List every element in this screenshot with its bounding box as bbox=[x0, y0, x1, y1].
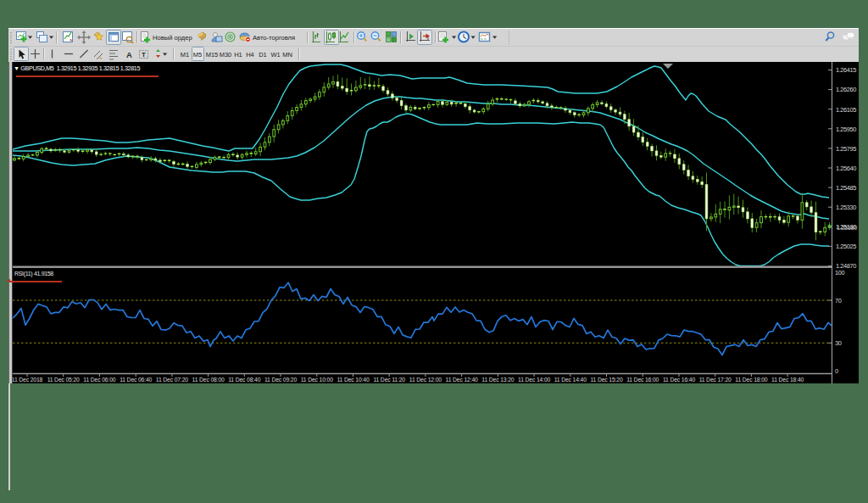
svg-text:11 Dec 14:40: 11 Dec 14:40 bbox=[554, 377, 587, 383]
svg-text:M5: M5 bbox=[193, 51, 202, 59]
svg-text:1.26260: 1.26260 bbox=[836, 86, 856, 93]
svg-text:11 Dec 09:20: 11 Dec 09:20 bbox=[264, 377, 297, 383]
svg-text:Новый ордер: Новый ордер bbox=[153, 34, 192, 42]
svg-text:11 Dec 2018: 11 Dec 2018 bbox=[13, 377, 43, 383]
svg-text:1.26415: 1.26415 bbox=[836, 66, 856, 74]
svg-text:1.26105: 1.26105 bbox=[836, 106, 856, 114]
svg-text:11 Dec 06:00: 11 Dec 06:00 bbox=[83, 377, 115, 383]
svg-text:11 Dec 12:40: 11 Dec 12:40 bbox=[446, 377, 478, 383]
svg-text:1.25795: 1.25795 bbox=[836, 145, 856, 153]
svg-text:1.25025: 1.25025 bbox=[836, 243, 856, 250]
svg-text:1.25950: 1.25950 bbox=[836, 126, 856, 133]
svg-text:11 Dec 07:20: 11 Dec 07:20 bbox=[156, 377, 188, 383]
svg-text:11 Dec 08:40: 11 Dec 08:40 bbox=[228, 377, 260, 383]
svg-text:1.25640: 1.25640 bbox=[836, 165, 856, 172]
svg-text:Авто-торговля: Авто-торговля bbox=[253, 34, 295, 42]
svg-text:M30: M30 bbox=[220, 51, 232, 59]
svg-text:11 Dec 16:40: 11 Dec 16:40 bbox=[663, 377, 695, 383]
svg-text:M15: M15 bbox=[206, 51, 219, 59]
svg-text:11 Dec 14:00: 11 Dec 14:00 bbox=[518, 377, 550, 383]
svg-text:1.25485: 1.25485 bbox=[836, 184, 856, 192]
svg-text:70: 70 bbox=[835, 297, 842, 305]
svg-text:11 Dec 16:00: 11 Dec 16:00 bbox=[626, 377, 659, 383]
svg-text:11 Dec 08:00: 11 Dec 08:00 bbox=[192, 377, 225, 383]
svg-text:T: T bbox=[142, 51, 146, 59]
svg-text:0: 0 bbox=[835, 367, 838, 375]
svg-text:11 Dec 13:20: 11 Dec 13:20 bbox=[481, 377, 514, 383]
svg-text:11 Dec 15:20: 11 Dec 15:20 bbox=[590, 377, 622, 383]
svg-text:MN: MN bbox=[282, 51, 292, 59]
svg-text:11 Dec 11:20: 11 Dec 11:20 bbox=[373, 377, 405, 383]
svg-text:11 Dec 06:40: 11 Dec 06:40 bbox=[120, 377, 152, 383]
svg-text:100: 100 bbox=[835, 269, 844, 277]
svg-text:D1: D1 bbox=[259, 51, 267, 59]
svg-text:11 Dec 12:00: 11 Dec 12:00 bbox=[409, 377, 442, 383]
svg-text:11 Dec 10:00: 11 Dec 10:00 bbox=[301, 377, 333, 383]
svg-text:11 Dec 10:40: 11 Dec 10:40 bbox=[337, 377, 369, 383]
svg-text:H4: H4 bbox=[246, 51, 254, 59]
svg-text:W1: W1 bbox=[270, 51, 280, 59]
svg-text:1.25180: 1.25180 bbox=[837, 224, 857, 232]
svg-text:1.25330: 1.25330 bbox=[836, 204, 856, 211]
svg-text:11 Dec 17:20: 11 Dec 17:20 bbox=[699, 377, 732, 383]
svg-text:M1: M1 bbox=[181, 51, 189, 59]
svg-text:11 Dec 05:20: 11 Dec 05:20 bbox=[47, 377, 80, 383]
svg-text:11 Dec 18:40: 11 Dec 18:40 bbox=[771, 377, 804, 383]
svg-text:H1: H1 bbox=[234, 51, 242, 59]
svg-text:11 Dec 18:00: 11 Dec 18:00 bbox=[735, 377, 767, 383]
svg-text:A: A bbox=[126, 50, 132, 59]
svg-text:30: 30 bbox=[835, 339, 842, 347]
